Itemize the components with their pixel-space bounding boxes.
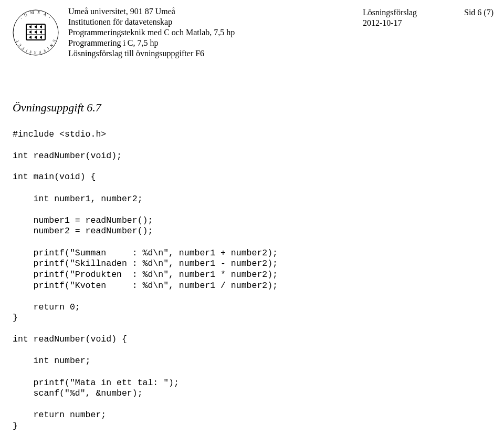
header-meta-right: Sid 6 (7) — [464, 7, 494, 18]
code-include: #include <stdio.h> — [13, 129, 491, 140]
page: · U M E Å · U N I V E R S I T E T — [0, 0, 504, 444]
page-header: · U M E Å · U N I V E R S I T E T — [10, 6, 494, 59]
svg-text:U N I V E R S I T E T: U N I V E R S I T E T — [15, 39, 57, 55]
code-readnumber: int readNumber(void) { int number; print… — [13, 334, 491, 432]
university-logo: · U M E Å · U N I V E R S I T E T — [10, 6, 61, 59]
header-university: Umeå universitet, 901 87 Umeå — [68, 6, 355, 17]
header-subtitle: Lösningsförslag till övningsuppgifter F6 — [68, 48, 355, 59]
code-main: int main(void) { int number1, number2; n… — [13, 172, 491, 324]
header-date: 2012-10-17 — [363, 18, 417, 28]
header-meta-left: Lösningsförslag 2012-10-17 — [363, 7, 417, 28]
header-department: Institutionen för datavetenskap — [68, 17, 355, 27]
header-course-1: Programmeringsteknik med C och Matlab, 7… — [68, 27, 355, 38]
header-doc-type: Lösningsförslag — [363, 7, 417, 18]
document-body: Övningsuppgift 6.7 #include <stdio.h> in… — [10, 101, 494, 432]
exercise-title: Övningsuppgift 6.7 — [13, 101, 491, 115]
header-course-2: Programmering i C, 7,5 hp — [68, 38, 355, 48]
code-prototype: int readNumber(void); — [13, 151, 491, 162]
svg-text:· U M E Å ·: · U M E Å · — [19, 10, 52, 20]
header-meta: Lösningsförslag 2012-10-17 Sid 6 (7) — [363, 6, 494, 28]
header-institution-block: Umeå universitet, 901 87 Umeå Institutio… — [68, 6, 355, 59]
header-page-label: Sid 6 (7) — [464, 7, 494, 18]
